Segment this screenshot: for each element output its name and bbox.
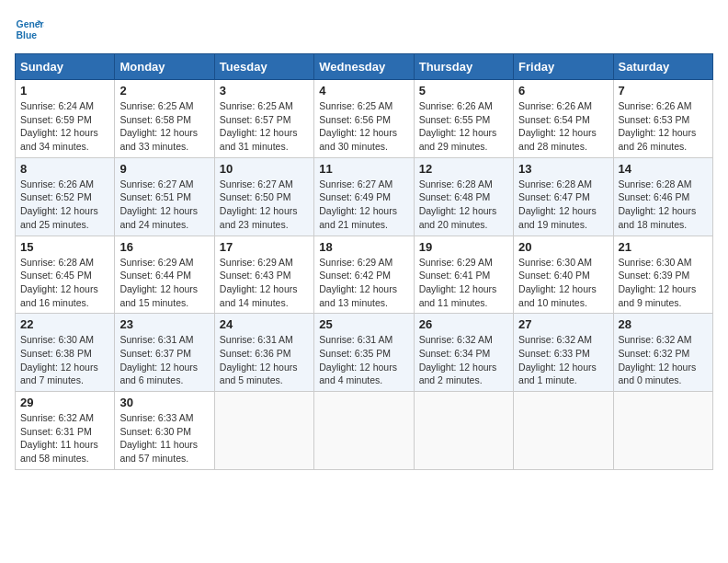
day-number: 10 — [220, 162, 309, 176]
day-number: 25 — [319, 317, 408, 331]
day-info: Sunrise: 6:27 AMSunset: 6:49 PMDaylight:… — [319, 178, 397, 230]
week-row-5: 29 Sunrise: 6:32 AMSunset: 6:31 PMDaylig… — [16, 392, 713, 470]
day-number: 9 — [119, 162, 209, 176]
day-cell: 6 Sunrise: 6:26 AMSunset: 6:54 PMDayligh… — [514, 80, 613, 158]
day-number: 17 — [220, 240, 309, 254]
column-header-saturday: Saturday — [613, 54, 712, 80]
day-info: Sunrise: 6:29 AMSunset: 6:41 PMDaylight:… — [419, 257, 497, 308]
day-number: 15 — [20, 240, 109, 254]
day-info: Sunrise: 6:24 AMSunset: 6:59 PMDaylight:… — [20, 100, 98, 152]
day-info: Sunrise: 6:26 AMSunset: 6:55 PMDaylight:… — [419, 100, 497, 152]
column-header-friday: Friday — [514, 54, 613, 80]
day-info: Sunrise: 6:27 AMSunset: 6:50 PMDaylight:… — [220, 178, 298, 230]
day-number: 29 — [20, 396, 109, 409]
day-cell: 5 Sunrise: 6:26 AMSunset: 6:55 PMDayligh… — [414, 80, 513, 158]
day-cell: 16 Sunrise: 6:29 AMSunset: 6:44 PMDaylig… — [115, 236, 214, 314]
day-cell: 8 Sunrise: 6:26 AMSunset: 6:52 PMDayligh… — [16, 157, 115, 236]
column-header-monday: Monday — [115, 54, 214, 80]
day-number: 1 — [20, 84, 109, 98]
day-info: Sunrise: 6:28 AMSunset: 6:47 PMDaylight:… — [518, 178, 597, 230]
week-row-2: 8 Sunrise: 6:26 AMSunset: 6:52 PMDayligh… — [16, 157, 713, 236]
day-cell: 25 Sunrise: 6:31 AMSunset: 6:35 PMDaylig… — [314, 314, 414, 392]
day-number: 19 — [419, 240, 508, 254]
day-cell: 15 Sunrise: 6:28 AMSunset: 6:45 PMDaylig… — [16, 236, 115, 314]
day-number: 5 — [419, 84, 508, 98]
day-number: 26 — [419, 317, 508, 331]
day-cell: 11 Sunrise: 6:27 AMSunset: 6:49 PMDaylig… — [314, 157, 414, 236]
day-info: Sunrise: 6:31 AMSunset: 6:36 PMDaylight:… — [220, 334, 298, 385]
day-info: Sunrise: 6:28 AMSunset: 6:45 PMDaylight:… — [20, 257, 98, 308]
column-header-tuesday: Tuesday — [214, 54, 313, 80]
day-number: 22 — [20, 317, 109, 331]
day-number: 6 — [518, 84, 608, 98]
day-info: Sunrise: 6:30 AMSunset: 6:40 PMDaylight:… — [518, 257, 597, 308]
day-info: Sunrise: 6:32 AMSunset: 6:31 PMDaylight:… — [20, 412, 98, 464]
day-number: 12 — [419, 162, 508, 176]
day-info: Sunrise: 6:28 AMSunset: 6:46 PMDaylight:… — [619, 178, 697, 230]
day-cell — [613, 392, 712, 470]
day-info: Sunrise: 6:29 AMSunset: 6:43 PMDaylight:… — [220, 257, 298, 308]
day-info: Sunrise: 6:31 AMSunset: 6:37 PMDaylight:… — [119, 334, 198, 385]
day-number: 8 — [20, 162, 109, 176]
page-header: General Blue — [15, 15, 713, 44]
day-number: 13 — [518, 162, 608, 176]
day-info: Sunrise: 6:25 AMSunset: 6:56 PMDaylight:… — [319, 100, 397, 152]
day-info: Sunrise: 6:33 AMSunset: 6:30 PMDaylight:… — [119, 412, 198, 464]
day-number: 4 — [319, 84, 408, 98]
day-number: 11 — [319, 162, 408, 176]
day-cell: 30 Sunrise: 6:33 AMSunset: 6:30 PMDaylig… — [115, 392, 214, 470]
day-cell: 26 Sunrise: 6:32 AMSunset: 6:34 PMDaylig… — [414, 314, 513, 392]
day-number: 27 — [518, 317, 608, 331]
day-info: Sunrise: 6:32 AMSunset: 6:34 PMDaylight:… — [419, 334, 497, 385]
day-cell: 24 Sunrise: 6:31 AMSunset: 6:36 PMDaylig… — [214, 314, 313, 392]
day-cell — [314, 392, 414, 470]
day-cell: 1 Sunrise: 6:24 AMSunset: 6:59 PMDayligh… — [16, 80, 115, 158]
day-info: Sunrise: 6:26 AMSunset: 6:52 PMDaylight:… — [20, 178, 98, 230]
day-cell: 3 Sunrise: 6:25 AMSunset: 6:57 PMDayligh… — [214, 80, 313, 158]
day-cell: 28 Sunrise: 6:32 AMSunset: 6:32 PMDaylig… — [613, 314, 712, 392]
day-cell: 18 Sunrise: 6:29 AMSunset: 6:42 PMDaylig… — [314, 236, 414, 314]
day-info: Sunrise: 6:30 AMSunset: 6:38 PMDaylight:… — [20, 334, 98, 385]
day-cell: 29 Sunrise: 6:32 AMSunset: 6:31 PMDaylig… — [16, 392, 115, 470]
day-info: Sunrise: 6:26 AMSunset: 6:54 PMDaylight:… — [518, 100, 597, 152]
day-cell: 9 Sunrise: 6:27 AMSunset: 6:51 PMDayligh… — [115, 157, 214, 236]
day-cell: 17 Sunrise: 6:29 AMSunset: 6:43 PMDaylig… — [214, 236, 313, 314]
day-cell: 22 Sunrise: 6:30 AMSunset: 6:38 PMDaylig… — [16, 314, 115, 392]
day-info: Sunrise: 6:29 AMSunset: 6:44 PMDaylight:… — [119, 257, 198, 308]
day-info: Sunrise: 6:27 AMSunset: 6:51 PMDaylight:… — [119, 178, 198, 230]
day-cell: 19 Sunrise: 6:29 AMSunset: 6:41 PMDaylig… — [414, 236, 513, 314]
week-row-3: 15 Sunrise: 6:28 AMSunset: 6:45 PMDaylig… — [16, 236, 713, 314]
day-number: 30 — [119, 396, 209, 409]
day-info: Sunrise: 6:32 AMSunset: 6:33 PMDaylight:… — [518, 334, 597, 385]
week-row-1: 1 Sunrise: 6:24 AMSunset: 6:59 PMDayligh… — [16, 80, 713, 158]
day-cell: 7 Sunrise: 6:26 AMSunset: 6:53 PMDayligh… — [613, 80, 712, 158]
day-number: 2 — [119, 84, 209, 98]
logo: General Blue — [15, 15, 48, 44]
day-cell: 2 Sunrise: 6:25 AMSunset: 6:58 PMDayligh… — [115, 80, 214, 158]
column-header-wednesday: Wednesday — [314, 54, 414, 80]
day-number: 20 — [518, 240, 608, 254]
day-number: 21 — [619, 240, 708, 254]
day-cell — [414, 392, 513, 470]
day-number: 18 — [319, 240, 408, 254]
day-info: Sunrise: 6:29 AMSunset: 6:42 PMDaylight:… — [319, 257, 397, 308]
day-number: 7 — [619, 84, 708, 98]
day-number: 28 — [619, 317, 708, 331]
day-info: Sunrise: 6:26 AMSunset: 6:53 PMDaylight:… — [619, 100, 697, 152]
day-number: 23 — [119, 317, 209, 331]
day-cell: 14 Sunrise: 6:28 AMSunset: 6:46 PMDaylig… — [613, 157, 712, 236]
day-info: Sunrise: 6:25 AMSunset: 6:57 PMDaylight:… — [220, 100, 298, 152]
calendar-table: SundayMondayTuesdayWednesdayThursdayFrid… — [15, 53, 713, 470]
day-cell: 21 Sunrise: 6:30 AMSunset: 6:39 PMDaylig… — [613, 236, 712, 314]
column-header-thursday: Thursday — [414, 54, 513, 80]
day-cell: 10 Sunrise: 6:27 AMSunset: 6:50 PMDaylig… — [214, 157, 313, 236]
day-cell — [214, 392, 313, 470]
day-number: 3 — [220, 84, 309, 98]
day-cell: 27 Sunrise: 6:32 AMSunset: 6:33 PMDaylig… — [514, 314, 613, 392]
day-number: 14 — [619, 162, 708, 176]
svg-text:Blue: Blue — [17, 30, 38, 40]
week-row-4: 22 Sunrise: 6:30 AMSunset: 6:38 PMDaylig… — [16, 314, 713, 392]
day-cell: 12 Sunrise: 6:28 AMSunset: 6:48 PMDaylig… — [414, 157, 513, 236]
day-cell: 4 Sunrise: 6:25 AMSunset: 6:56 PMDayligh… — [314, 80, 414, 158]
day-number: 16 — [119, 240, 209, 254]
